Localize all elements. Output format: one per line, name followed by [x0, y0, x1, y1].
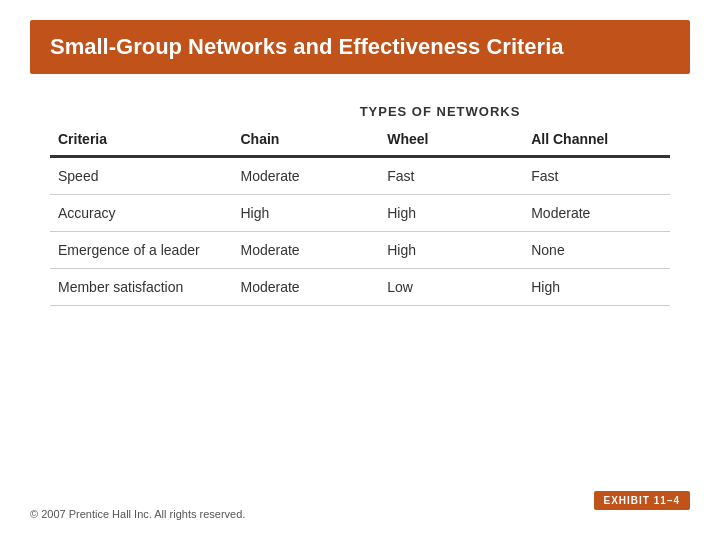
footer-text: © 2007 Prentice Hall Inc. All rights res…	[30, 508, 245, 520]
cell-all_channel: Fast	[523, 157, 670, 195]
col-header-criteria: Criteria	[50, 125, 232, 157]
cell-chain: Moderate	[232, 157, 379, 195]
cell-chain: Moderate	[232, 269, 379, 306]
cell-all_channel: None	[523, 232, 670, 269]
cell-criteria: Member satisfaction	[50, 269, 232, 306]
cell-criteria: Emergence of a leader	[50, 232, 232, 269]
types-of-networks-header: TYPES OF NETWORKS	[210, 104, 670, 119]
content-area: TYPES OF NETWORKS Criteria Chain Wheel A…	[30, 104, 690, 306]
slide-container: Small-Group Networks and Effectiveness C…	[0, 0, 720, 540]
cell-wheel: High	[379, 232, 523, 269]
cell-criteria: Speed	[50, 157, 232, 195]
criteria-table: Criteria Chain Wheel All Channel SpeedMo…	[50, 125, 670, 306]
table-wrapper: Criteria Chain Wheel All Channel SpeedMo…	[50, 125, 670, 306]
cell-criteria: Accuracy	[50, 195, 232, 232]
cell-wheel: Low	[379, 269, 523, 306]
cell-all_channel: High	[523, 269, 670, 306]
table-header-row: Criteria Chain Wheel All Channel	[50, 125, 670, 157]
cell-chain: Moderate	[232, 232, 379, 269]
cell-wheel: High	[379, 195, 523, 232]
col-header-chain: Chain	[232, 125, 379, 157]
slide-title: Small-Group Networks and Effectiveness C…	[30, 20, 690, 74]
table-row: Emergence of a leaderModerateHighNone	[50, 232, 670, 269]
cell-all_channel: Moderate	[523, 195, 670, 232]
col-header-allchannel: All Channel	[523, 125, 670, 157]
table-row: AccuracyHighHighModerate	[50, 195, 670, 232]
col-header-wheel: Wheel	[379, 125, 523, 157]
table-row: SpeedModerateFastFast	[50, 157, 670, 195]
cell-wheel: Fast	[379, 157, 523, 195]
exhibit-badge: EXHIBIT 11–4	[594, 491, 690, 510]
cell-chain: High	[232, 195, 379, 232]
table-row: Member satisfactionModerateLowHigh	[50, 269, 670, 306]
